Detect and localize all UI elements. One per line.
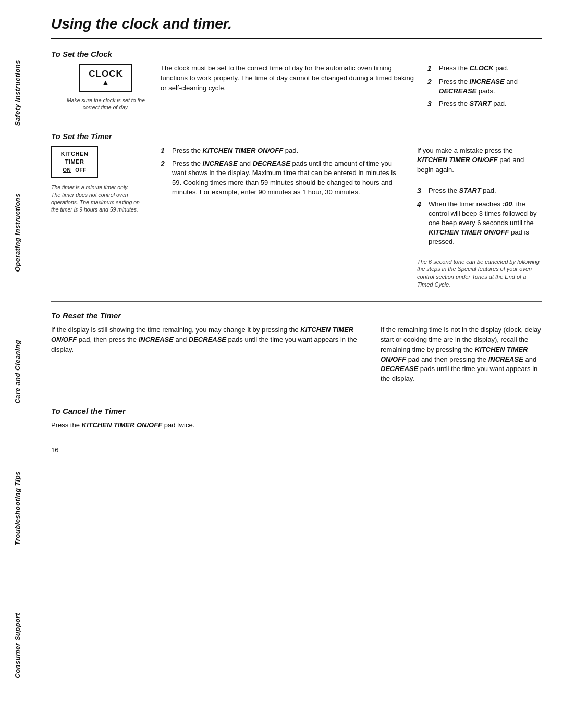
step-num-3: 3 bbox=[427, 99, 436, 109]
clock-caption: Make sure the clock is set to the correc… bbox=[64, 97, 148, 111]
timer-line-2: TIMER bbox=[57, 158, 92, 166]
timer-step-text-4: When the timer reaches :00, the control … bbox=[429, 200, 542, 247]
timer-line-3: ON OFF bbox=[57, 167, 92, 174]
timer-step-num-4: 4 bbox=[417, 200, 425, 210]
reset-left-column: If the display is still showing the time… bbox=[51, 325, 365, 387]
timer-step-text-3: Press the START pad. bbox=[429, 186, 542, 195]
clock-icon-box: CLOCK ▲ bbox=[79, 64, 132, 92]
sidebar-item-operating: Operating Instructions bbox=[14, 193, 21, 272]
step-text-1: Press the CLOCK pad. bbox=[439, 64, 542, 73]
timer-caption-line-2: The timer does not control oven operatio… bbox=[51, 192, 140, 213]
reset-timer-heading: To Reset the Timer bbox=[51, 311, 542, 320]
timer-caption: The timer is a minute timer only. The ti… bbox=[51, 183, 145, 213]
cancel-timer-section: To Cancel the Timer Press the KITCHEN TI… bbox=[51, 406, 542, 430]
timer-image-column: KITCHEN TIMER ON OFF The timer is a minu… bbox=[51, 146, 161, 292]
set-timer-heading: To Set the Timer bbox=[51, 132, 542, 141]
timer-steps-right-column: If you make a mistake press the KITCHEN … bbox=[417, 146, 542, 292]
reset-section-content: If the display is still showing the time… bbox=[51, 325, 542, 387]
section-divider-2 bbox=[51, 301, 542, 302]
page-title: Using the clock and timer. bbox=[51, 16, 542, 32]
timer-on-label: ON bbox=[63, 167, 71, 174]
set-clock-heading: To Set the Clock bbox=[51, 50, 542, 58]
timer-off-label: OFF bbox=[75, 167, 87, 174]
cancel-timer-heading: To Cancel the Timer bbox=[51, 406, 542, 415]
clock-arrow-icon: ▲ bbox=[89, 78, 123, 87]
step-num-1: 1 bbox=[427, 64, 436, 74]
reset-timer-section: To Reset the Timer If the display is sti… bbox=[51, 311, 542, 387]
reset-left-text: If the display is still showing the time… bbox=[51, 325, 365, 355]
timer-step-3: 3 Press the START pad. bbox=[417, 186, 542, 196]
clock-image-column: CLOCK ▲ Make sure the clock is set to th… bbox=[51, 64, 161, 113]
timer-step-4: 4 When the timer reaches :00, the contro… bbox=[417, 200, 542, 247]
timer-step-2: 2 Press the INCREASE and DECREASE pads u… bbox=[161, 159, 407, 197]
step-text-2: Press the INCREASE and DECREASE pads. bbox=[439, 77, 542, 96]
timer-step-text-1: Press the KITCHEN TIMER ON/OFF pad. bbox=[172, 146, 407, 155]
clock-description: The clock must be set to the correct tim… bbox=[161, 64, 417, 93]
sidebar: Safety Instructions Operating Instructio… bbox=[0, 0, 35, 728]
page-number: 16 bbox=[51, 446, 542, 454]
cancel-timer-text: Press the KITCHEN TIMER ON/OFF pad twice… bbox=[51, 421, 260, 430]
timer-steps-left: 1 Press the KITCHEN TIMER ON/OFF pad. 2 … bbox=[161, 146, 407, 197]
timer-steps-right: 3 Press the START pad. 4 When the timer … bbox=[417, 186, 542, 247]
step-text-3: Press the START pad. bbox=[439, 99, 542, 108]
timer-step-1: 1 Press the KITCHEN TIMER ON/OFF pad. bbox=[161, 146, 407, 156]
section-divider-3 bbox=[51, 397, 542, 397]
reset-right-text: If the remaining time is not in the disp… bbox=[381, 325, 542, 384]
timer-step-num-1: 1 bbox=[161, 146, 169, 156]
timer-description-column: 1 Press the KITCHEN TIMER ON/OFF pad. 2 … bbox=[161, 146, 417, 292]
sidebar-item-safety: Safety Instructions bbox=[14, 60, 21, 126]
timer-caption-line-1: The timer is a minute timer only. bbox=[51, 184, 129, 190]
clock-step-2: 2 Press the INCREASE and DECREASE pads. bbox=[427, 77, 542, 96]
clock-steps-column: 1 Press the CLOCK pad. 2 Press the INCRE… bbox=[427, 64, 542, 113]
section-divider-1 bbox=[51, 122, 542, 122]
timer-step-num-2: 2 bbox=[161, 159, 169, 169]
timer-line-1: KITCHEN bbox=[57, 150, 92, 158]
timer-step-num-3: 3 bbox=[417, 186, 425, 196]
set-timer-section: To Set the Timer KITCHEN TIMER ON OFF Th… bbox=[51, 132, 542, 292]
reset-right-column: If the remaining time is not in the disp… bbox=[381, 325, 542, 387]
set-clock-section: To Set the Clock CLOCK ▲ Make sure the c… bbox=[51, 50, 542, 113]
sidebar-item-consumer: Consumer Support bbox=[14, 613, 21, 678]
cancel-section-content: Press the KITCHEN TIMER ON/OFF pad twice… bbox=[51, 421, 260, 430]
timer-icon-box: KITCHEN TIMER ON OFF bbox=[51, 146, 98, 179]
clock-step-3: 3 Press the START pad. bbox=[427, 99, 542, 109]
title-divider bbox=[51, 38, 542, 39]
sidebar-item-troubleshooting: Troubleshooting Tips bbox=[14, 471, 21, 545]
clock-steps-list: 1 Press the CLOCK pad. 2 Press the INCRE… bbox=[427, 64, 542, 109]
timer-mistake-note: If you make a mistake press the KITCHEN … bbox=[417, 146, 542, 176]
clock-label: CLOCK bbox=[89, 69, 123, 79]
sidebar-item-care: Care and Cleaning bbox=[14, 340, 21, 404]
timer-footnote: The 6 second tone can be canceled by fol… bbox=[417, 258, 542, 289]
clock-step-1: 1 Press the CLOCK pad. bbox=[427, 64, 542, 74]
timer-step-text-2: Press the INCREASE and DECREASE pads unt… bbox=[172, 159, 407, 197]
clock-description-column: The clock must be set to the correct tim… bbox=[161, 64, 427, 113]
main-content: Using the clock and timer. To Set the Cl… bbox=[35, 0, 563, 728]
step-num-2: 2 bbox=[427, 77, 436, 88]
